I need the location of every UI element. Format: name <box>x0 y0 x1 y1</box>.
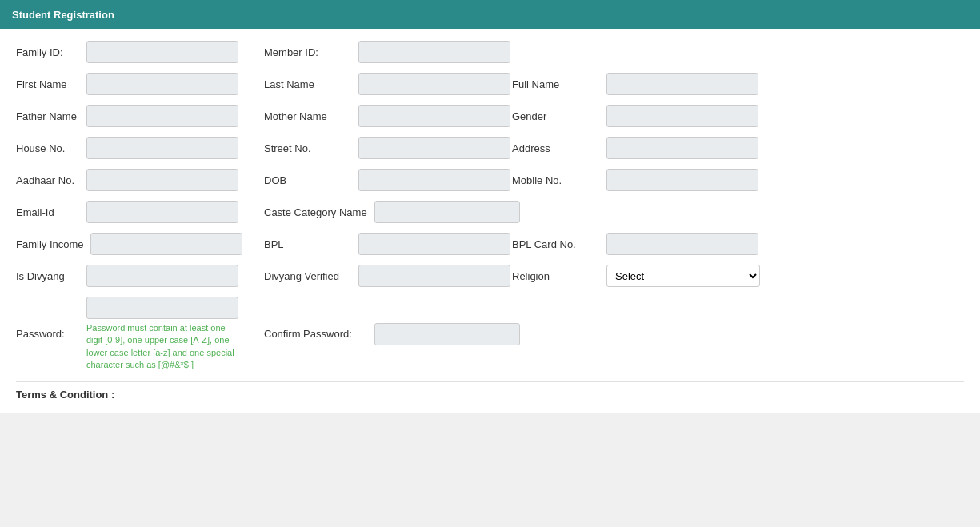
full-name-group: Full Name <box>512 73 760 95</box>
caste-category-label: Caste Category Name <box>264 206 368 218</box>
full-name-label: Full Name <box>512 78 600 90</box>
email-id-group: Email-Id <box>16 201 264 223</box>
mobile-no-input[interactable] <box>606 169 758 191</box>
mobile-no-label: Mobile No. <box>512 174 600 186</box>
bpl-group: BPL <box>264 233 512 255</box>
password-input-group: Password must contain at least one digit… <box>86 297 238 372</box>
caste-category-input[interactable] <box>374 201 520 223</box>
religion-label: Religion <box>512 270 600 282</box>
street-no-group: Street No. <box>264 137 512 159</box>
dob-label: DOB <box>264 174 352 186</box>
password-label: Password: <box>16 328 80 340</box>
divyang-verified-input[interactable] <box>358 265 510 287</box>
last-name-label: Last Name <box>264 78 352 90</box>
family-id-input[interactable] <box>86 41 238 63</box>
aadhaar-no-input[interactable] <box>86 169 238 191</box>
row-email-caste: Email-Id Caste Category Name <box>16 201 964 223</box>
dob-group: DOB <box>264 169 512 191</box>
email-id-input[interactable] <box>86 201 238 223</box>
bpl-input[interactable] <box>358 233 510 255</box>
row-aadhaar-dob-mobile: Aadhaar No. DOB Mobile No. <box>16 169 964 191</box>
religion-select[interactable]: Select Hindu Muslim Christian Sikh Buddh… <box>606 265 760 287</box>
family-income-group: Family Income <box>16 233 264 255</box>
password-hint: Password must contain at least one digit… <box>86 322 238 372</box>
address-input[interactable] <box>606 137 758 159</box>
divyang-verified-label: Divyang Verified <box>264 270 352 282</box>
bpl-card-no-input[interactable] <box>606 233 758 255</box>
full-name-input[interactable] <box>606 73 758 95</box>
street-no-label: Street No. <box>264 142 352 154</box>
street-no-input[interactable] <box>358 137 510 159</box>
password-group: Password: Password must contain at least… <box>16 297 264 372</box>
is-divyang-label: Is Divyang <box>16 270 80 282</box>
bpl-card-no-label: BPL Card No. <box>512 238 600 250</box>
is-divyang-group: Is Divyang <box>16 265 264 287</box>
row-address: House No. Street No. Address <box>16 137 964 159</box>
caste-category-group: Caste Category Name <box>264 201 512 223</box>
last-name-input[interactable] <box>358 73 510 95</box>
address-group: Address <box>512 137 760 159</box>
terms-label: Terms & Condition : <box>16 389 114 401</box>
page-header: Student Registration <box>0 0 980 29</box>
first-name-input[interactable] <box>86 73 238 95</box>
father-name-input[interactable] <box>86 105 238 127</box>
row-parents-gender: Father Name Mother Name Gender <box>16 105 964 127</box>
house-no-input[interactable] <box>86 137 238 159</box>
page-title: Student Registration <box>12 9 114 21</box>
gender-group: Gender <box>512 105 760 127</box>
dob-input[interactable] <box>358 169 510 191</box>
member-id-label: Member ID: <box>264 46 352 58</box>
password-input[interactable] <box>86 297 238 319</box>
confirm-password-group: Confirm Password: <box>264 323 512 345</box>
confirm-password-input[interactable] <box>374 323 520 345</box>
house-no-group: House No. <box>16 137 264 159</box>
family-income-label: Family Income <box>16 238 84 250</box>
confirm-password-label: Confirm Password: <box>264 328 368 340</box>
row-income-bpl: Family Income BPL BPL Card No. <box>16 233 964 255</box>
divyang-verified-group: Divyang Verified <box>264 265 512 287</box>
is-divyang-input[interactable] <box>86 265 238 287</box>
aadhaar-no-label: Aadhaar No. <box>16 174 80 186</box>
house-no-label: House No. <box>16 142 80 154</box>
family-income-input[interactable] <box>90 233 242 255</box>
aadhaar-no-group: Aadhaar No. <box>16 169 264 191</box>
form-container: Family ID: Member ID: First Name Last Na… <box>0 29 980 413</box>
bpl-label: BPL <box>264 238 352 250</box>
family-id-label: Family ID: <box>16 46 80 58</box>
mother-name-group: Mother Name <box>264 105 512 127</box>
last-name-group: Last Name <box>264 73 512 95</box>
row-password: Password: Password must contain at least… <box>16 297 964 372</box>
row-family-member: Family ID: Member ID: <box>16 41 964 63</box>
mother-name-input[interactable] <box>358 105 510 127</box>
father-name-label: Father Name <box>16 110 80 122</box>
first-name-group: First Name <box>16 73 264 95</box>
gender-input[interactable] <box>606 105 758 127</box>
member-id-input[interactable] <box>358 41 510 63</box>
religion-group: Religion Select Hindu Muslim Christian S… <box>512 265 760 287</box>
mobile-no-group: Mobile No. <box>512 169 760 191</box>
mother-name-label: Mother Name <box>264 110 352 122</box>
row-divyang-religion: Is Divyang Divyang Verified Religion Sel… <box>16 265 964 287</box>
first-name-label: First Name <box>16 78 80 90</box>
family-id-group: Family ID: <box>16 41 264 63</box>
terms-section: Terms & Condition : <box>16 381 964 401</box>
gender-label: Gender <box>512 110 600 122</box>
address-label: Address <box>512 142 600 154</box>
member-id-group: Member ID: <box>264 41 512 63</box>
row-names: First Name Last Name Full Name <box>16 73 964 95</box>
father-name-group: Father Name <box>16 105 264 127</box>
bpl-card-no-group: BPL Card No. <box>512 233 760 255</box>
email-id-label: Email-Id <box>16 206 80 218</box>
